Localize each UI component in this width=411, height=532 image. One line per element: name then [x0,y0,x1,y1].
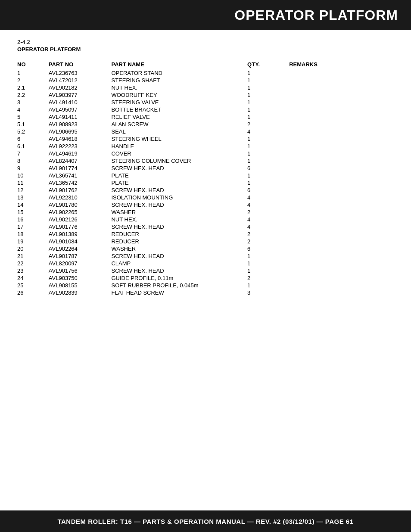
cell-remarks [289,208,394,216]
page-ref: 2-4.2 [17,39,394,45]
cell-part-no: AVL491410 [49,99,112,106]
cell-remarks [289,172,394,179]
page-subtitle: OPERATOR PLATFORM [17,46,394,53]
cell-remarks [289,84,394,91]
cell-part-no: AVL236763 [49,69,112,77]
cell-part-name: STEERING WHEEL [111,135,247,143]
cell-qty: 1 [247,84,289,91]
cell-part-no: AVL901389 [49,230,112,238]
table-row: 5.2AVL906695SEAL4 [17,128,394,135]
cell-qty: 2 [247,208,289,216]
table-row: 12AVL901762SCREW HEX. HEAD6 [17,187,394,194]
cell-no: 18 [17,230,49,238]
cell-no: 26 [17,289,49,296]
cell-no: 16 [17,216,49,223]
cell-part-no: AVL903750 [49,274,112,282]
cell-remarks [289,113,394,121]
table-row: 19AVL901084REDUCER2 [17,238,394,245]
cell-no: 20 [17,245,49,252]
cell-part-no: AVL901756 [49,267,112,274]
cell-qty: 3 [247,289,289,296]
cell-part-name: ISOLATION MOUNTING [111,194,247,201]
cell-part-name: FLAT HEAD SCREW [111,289,247,296]
table-row: 6.1AVL922223HANDLE1 [17,143,394,150]
table-row: 13AVL922310ISOLATION MOUNTING4 [17,194,394,201]
cell-part-no: AVL901780 [49,201,112,208]
cell-part-no: AVL365741 [49,172,112,179]
cell-remarks [289,69,394,77]
parts-table: NO PART NO PART NAME QTY. REMARKS 1AVL23… [17,60,394,296]
cell-part-name: OPERATOR STAND [111,69,247,77]
table-row: 26AVL902839FLAT HEAD SCREW3 [17,289,394,296]
cell-no: 7 [17,150,49,157]
col-header-no: NO [17,60,49,69]
table-row: 25AVL908155SOFT RUBBER PROFILE, 0.045m1 [17,282,394,289]
cell-part-no: AVL472012 [49,77,112,84]
cell-remarks [289,194,394,201]
cell-part-no: AVL908155 [49,282,112,289]
cell-remarks [289,77,394,84]
cell-no: 15 [17,208,49,216]
table-row: 3AVL491410STEERING VALVE1 [17,99,394,106]
table-row: 22AVL820097CLAMP1 [17,260,394,267]
cell-qty: 1 [247,150,289,157]
cell-part-name: NUT HEX. [111,216,247,223]
cell-part-no: AVL901762 [49,187,112,194]
cell-no: 6 [17,135,49,143]
cell-qty: 1 [247,77,289,84]
cell-qty: 1 [247,282,289,289]
cell-remarks [289,252,394,260]
cell-remarks [289,99,394,106]
table-row: 15AVL902265WASHER2 [17,208,394,216]
table-row: 24AVL903750GUIDE PROFILE, 0.11m2 [17,274,394,282]
cell-part-name: WASHER [111,208,247,216]
cell-part-name: PLATE [111,179,247,187]
cell-qty: 1 [247,267,289,274]
main-content: 2-4.2 OPERATOR PLATFORM NO PART NO PART … [0,30,411,305]
cell-part-name: REDUCER [111,230,247,238]
cell-qty: 2 [247,121,289,128]
cell-qty: 1 [247,157,289,165]
cell-remarks [289,106,394,113]
cell-no: 3 [17,99,49,106]
cell-no: 22 [17,260,49,267]
cell-no: 2.2 [17,91,49,99]
cell-no: 9 [17,165,49,172]
table-row: 20AVL902264WASHER6 [17,245,394,252]
cell-remarks [289,91,394,99]
cell-part-name: STEERING COLUMNE COVER [111,157,247,165]
cell-remarks [289,150,394,157]
cell-no: 17 [17,223,49,230]
cell-remarks [289,201,394,208]
cell-part-no: AVL494619 [49,150,112,157]
cell-part-no: AVL901084 [49,238,112,245]
cell-part-name: COVER [111,150,247,157]
table-row: 2.1AVL902182NUT HEX.1 [17,84,394,91]
cell-qty: 1 [247,99,289,106]
cell-part-name: ALAN SCREW [111,121,247,128]
cell-no: 12 [17,187,49,194]
footer-bar: TANDEM ROLLER: T16 — PARTS & OPERATION M… [0,510,411,532]
table-row: 18AVL901389REDUCER2 [17,230,394,238]
table-row: 10AVL365741PLATE1 [17,172,394,179]
table-row: 14AVL901780SCREW HEX. HEAD4 [17,201,394,208]
cell-part-name: SOFT RUBBER PROFILE, 0.045m [111,282,247,289]
col-header-part-no: PART NO [49,60,112,69]
cell-qty: 1 [247,91,289,99]
cell-no: 8 [17,157,49,165]
cell-remarks [289,143,394,150]
cell-part-no: AVL902182 [49,84,112,91]
cell-no: 5.2 [17,128,49,135]
cell-part-no: AVL902264 [49,245,112,252]
cell-part-name: SCREW HEX. HEAD [111,223,247,230]
cell-part-no: AVL908923 [49,121,112,128]
cell-qty: 1 [247,172,289,179]
cell-part-no: AVL494618 [49,135,112,143]
cell-part-name: WOODRUFF KEY [111,91,247,99]
cell-part-name: GUIDE PROFILE, 0.11m [111,274,247,282]
cell-qty: 1 [247,113,289,121]
cell-part-name: SCREW HEX. HEAD [111,267,247,274]
cell-part-no: AVL901776 [49,223,112,230]
table-row: 4AVL495097BOTTLE BRACKET1 [17,106,394,113]
cell-part-no: AVL902265 [49,208,112,216]
